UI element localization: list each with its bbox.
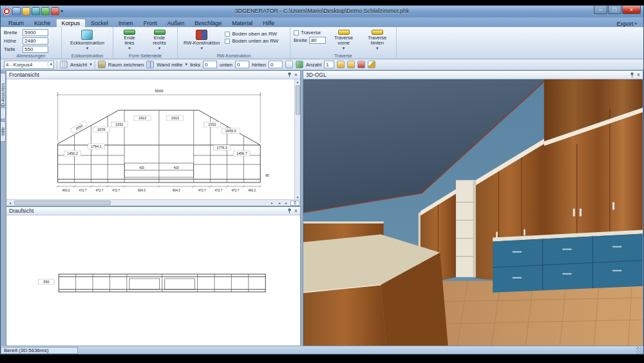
scroll-up-icon[interactable]: ▴ — [295, 79, 301, 84]
ansicht-icon[interactable] — [60, 61, 68, 68]
scroll-left-end-icon[interactable]: ◂ — [276, 201, 282, 205]
group-title: Form Seitenteile — [113, 54, 177, 58]
pin-icon[interactable] — [630, 72, 634, 77]
settings-icon[interactable] — [41, 7, 50, 15]
front-view-canvas[interactable]: 5900 2450 2078 2332 1913 — [6, 79, 294, 199]
ansicht-label[interactable]: Ansicht — [70, 62, 87, 68]
hoehe-field[interactable]: 2480 — [23, 37, 48, 44]
refresh-icon[interactable] — [296, 61, 303, 68]
paint-icon[interactable] — [357, 61, 365, 68]
status-bar: Bereit (3D:5636ms) — [1, 346, 643, 354]
eckkonstruktion-button[interactable]: Eckkonstruktion ▾ — [68, 28, 107, 52]
boden-unten-checkbox[interactable] — [225, 39, 230, 44]
scroll-left-icon[interactable]: ◂ — [7, 201, 13, 205]
dim-right: 80 — [265, 173, 269, 177]
unten-field[interactable]: 0 — [235, 61, 249, 68]
traverse-breite-field[interactable]: 80 — [309, 37, 326, 44]
boden-oben-label: Boden oben an RW — [232, 31, 277, 37]
quick-access-toolbar: ▾ — [3, 7, 63, 15]
separator — [57, 61, 57, 69]
tab-aussen[interactable]: Außen — [162, 19, 190, 27]
ogl-3d-viewport[interactable] — [303, 79, 643, 346]
close-panel-icon[interactable]: × — [637, 72, 640, 78]
vscroll-thumb[interactable] — [296, 85, 300, 115]
traverse-checkbox[interactable] — [294, 30, 299, 35]
top-view-panel: Draufsicht × — [6, 206, 301, 346]
ogl-title: 3D-OGL — [306, 72, 327, 78]
drawer-unit — [493, 230, 643, 293]
window-title: 3DGENERATOR - C:\Users\Mario\Desktop\Dem… — [1, 8, 643, 14]
tab-korpus[interactable]: Korpus — [56, 19, 86, 27]
traverse-hinten-button[interactable]: Traverse hinten ▾ — [361, 28, 393, 52]
traverse-vorne-button[interactable]: Traverse vorne ▾ — [328, 28, 359, 52]
svg-text:1913: 1913 — [138, 116, 146, 120]
scroll-down-icon[interactable]: ▾ — [295, 195, 301, 199]
hinten-label: hinten — [252, 62, 266, 68]
hscroll-thumb[interactable] — [14, 201, 111, 205]
korpus-select[interactable]: 4 - Korpus4▾ — [4, 61, 54, 69]
quick-access-dropdown-icon[interactable]: ▾ — [61, 8, 63, 14]
tab-raum[interactable]: Raum — [3, 19, 29, 27]
boden-oben-checkbox[interactable] — [225, 32, 230, 37]
export-button[interactable]: Export▾ — [616, 21, 641, 27]
tab-beschlaege[interactable]: Beschläge — [189, 19, 227, 27]
svg-text:1913: 1913 — [171, 116, 179, 120]
open-icon[interactable] — [22, 7, 30, 15]
tiefe-field[interactable]: 550 — [23, 46, 48, 53]
group-rw-konstruktion: RW-Konstruktion ▾ Boden oben an RW Boden… — [178, 27, 290, 59]
minimize-button[interactable]: – — [594, 6, 607, 14]
tab-hilfe[interactable]: Hilfe — [258, 19, 279, 27]
tab-sockel[interactable]: Sockel — [86, 19, 113, 27]
dropdown-icon: ▾ — [158, 46, 161, 51]
tab-front[interactable]: Front — [138, 19, 162, 27]
save-icon[interactable] — [32, 7, 40, 15]
dim-slope: 2450 — [70, 121, 88, 133]
folder-icon[interactable] — [337, 61, 345, 68]
svg-text:964.3: 964.3 — [138, 189, 146, 192]
svg-text:2078: 2078 — [97, 128, 105, 132]
app-logo[interactable] — [3, 7, 11, 15]
hinten-field[interactable]: 0 — [269, 61, 283, 68]
new-icon[interactable] — [12, 7, 21, 15]
pin-icon[interactable] — [287, 72, 292, 77]
group-title: Eckkonstruktion — [62, 54, 113, 58]
links-field[interactable]: 0 — [203, 61, 217, 68]
svg-text:2055.5: 2055.5 — [225, 129, 236, 133]
group-title: Traverse — [290, 54, 396, 58]
table-icon[interactable] — [285, 61, 293, 68]
pencil-icon[interactable] — [368, 61, 375, 68]
pin-icon[interactable] — [287, 208, 292, 213]
close-panel-icon[interactable]: × — [294, 72, 298, 78]
svg-text:472.7: 472.7 — [112, 189, 120, 192]
scroll-right-end-icon[interactable]: ▸ — [283, 201, 289, 205]
tab-innen[interactable]: Innen — [113, 19, 138, 27]
sidebar-tab-hilfe[interactable]: Hilfe — [1, 121, 6, 142]
material-icon[interactable] — [51, 7, 59, 15]
close-button[interactable]: × — [622, 6, 641, 14]
raum-zeichnen-icon[interactable] — [98, 61, 106, 68]
rw-konstruktion-button[interactable]: RW-Konstruktion ▾ — [181, 28, 222, 52]
raum-zeichnen-label[interactable]: Raum zeichnen — [108, 62, 144, 68]
breite-field[interactable]: 5900 — [23, 29, 48, 36]
anzahl-field[interactable]: 1 — [324, 61, 334, 68]
dropdown-icon: ▾ — [86, 46, 89, 51]
scroll-right-icon[interactable]: ▸ — [269, 201, 275, 205]
hoehe-label: Höhe — [4, 38, 21, 44]
ende-rechts-button[interactable]: Ende rechts ▾ — [145, 28, 174, 52]
traverse-breite-label: Breite — [294, 37, 307, 43]
links-label: links — [190, 62, 200, 68]
ende-links-button[interactable]: Ende links ▾ — [117, 28, 142, 52]
close-panel-icon[interactable]: × — [294, 208, 298, 214]
svg-text:550: 550 — [43, 280, 49, 284]
side-tab-strip: 3D-Ansichten Hilfe — [1, 70, 6, 346]
dropdown-icon: ▾ — [634, 21, 637, 26]
library-icon[interactable] — [347, 61, 355, 68]
tab-material[interactable]: Material — [227, 19, 258, 27]
tab-kueche[interactable]: Küche — [29, 19, 56, 27]
wand-mitte-icon[interactable] — [146, 61, 154, 68]
maximize-button[interactable]: □ — [608, 6, 621, 14]
resize-grip[interactable] — [636, 347, 643, 354]
top-view-canvas[interactable]: 550 — [6, 215, 300, 346]
wand-mitte-label[interactable]: Wand mitte — [156, 62, 182, 68]
sidebar-tab-3d-ansichten[interactable]: 3D-Ansichten — [1, 73, 6, 119]
